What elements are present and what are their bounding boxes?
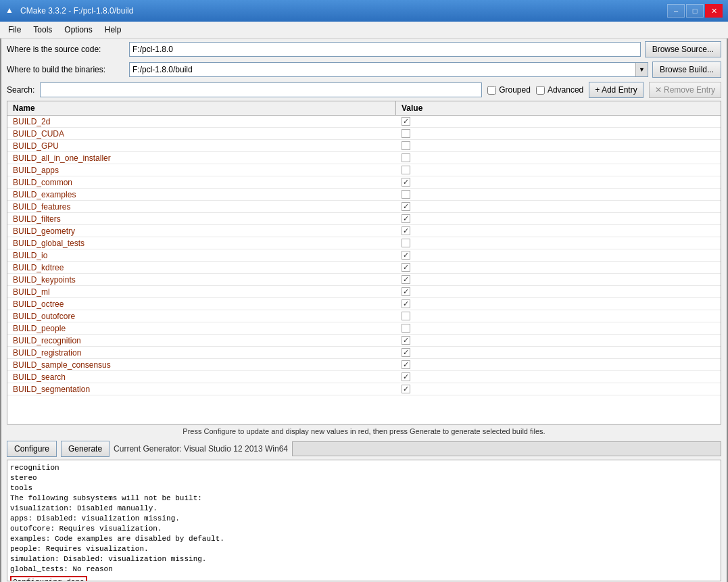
cell-name: BUILD_outofcore xyxy=(7,310,396,322)
cell-value[interactable] xyxy=(396,213,721,224)
cell-value[interactable] xyxy=(396,164,721,176)
log-line: people: Requires visualization. xyxy=(10,544,718,554)
build-checkbox[interactable] xyxy=(402,239,410,247)
build-checkbox[interactable] xyxy=(402,299,410,308)
table-row[interactable]: BUILD_common xyxy=(7,176,721,189)
table-row[interactable]: BUILD_all_in_one_installer xyxy=(7,152,721,164)
build-checkbox[interactable] xyxy=(402,190,410,199)
maximize-button[interactable]: □ xyxy=(686,4,704,18)
build-checkbox[interactable] xyxy=(402,287,410,296)
cell-value[interactable] xyxy=(396,383,721,395)
build-checkbox[interactable] xyxy=(402,141,410,150)
build-checkbox[interactable] xyxy=(402,336,410,345)
cell-value[interactable] xyxy=(396,249,721,261)
build-checkbox[interactable] xyxy=(402,275,410,284)
table-row[interactable]: BUILD_CUDA xyxy=(7,128,721,140)
build-checkbox[interactable] xyxy=(402,348,410,357)
cell-value[interactable] xyxy=(396,140,721,151)
table-row[interactable]: BUILD_recognition xyxy=(7,335,721,347)
table-row[interactable]: BUILD_filters xyxy=(7,213,721,225)
dropdown-arrow-icon[interactable]: ▼ xyxy=(635,63,648,76)
build-checkbox[interactable] xyxy=(402,153,410,162)
remove-entry-button[interactable]: ✕ Remove Entry xyxy=(649,82,721,98)
cell-value[interactable] xyxy=(396,298,721,310)
cell-value[interactable] xyxy=(396,286,721,297)
build-checkbox[interactable] xyxy=(402,385,410,393)
cell-value[interactable] xyxy=(396,237,721,249)
table-row[interactable]: BUILD_2d xyxy=(7,116,721,128)
cell-value[interactable] xyxy=(396,322,721,334)
menu-item-file[interactable]: File xyxy=(3,23,26,37)
build-checkbox[interactable] xyxy=(402,117,410,126)
search-input[interactable] xyxy=(40,82,482,97)
minimize-button[interactable]: – xyxy=(667,4,685,18)
cell-value[interactable] xyxy=(396,371,721,383)
build-checkbox[interactable] xyxy=(402,360,410,369)
build-checkbox[interactable] xyxy=(402,324,410,333)
table-row[interactable]: BUILD_global_tests xyxy=(7,237,721,249)
cell-value[interactable] xyxy=(396,262,721,273)
cell-name: BUILD_filters xyxy=(7,213,396,224)
close-button[interactable]: ✕ xyxy=(705,4,723,18)
cell-value[interactable] xyxy=(396,347,721,358)
cell-value[interactable] xyxy=(396,128,721,139)
build-checkbox[interactable] xyxy=(402,202,410,211)
log-line: examples: Code examples are disabled by … xyxy=(10,534,718,544)
grouped-checkbox[interactable] xyxy=(487,86,496,95)
table-row[interactable]: BUILD_search xyxy=(7,371,721,383)
table-row[interactable]: BUILD_keypoints xyxy=(7,274,721,286)
table-row[interactable]: BUILD_io xyxy=(7,249,721,262)
build-checkbox[interactable] xyxy=(402,214,410,223)
advanced-checkbox[interactable] xyxy=(536,86,545,95)
configure-button[interactable]: Configure xyxy=(7,441,57,457)
table-row[interactable]: BUILD_features xyxy=(7,201,721,213)
log-line-highlighted: Configuring done xyxy=(10,576,718,581)
build-checkbox[interactable] xyxy=(402,226,410,235)
menu-item-help[interactable]: Help xyxy=(99,23,127,37)
cell-value[interactable] xyxy=(396,201,721,212)
cell-value[interactable] xyxy=(396,310,721,322)
cell-value[interactable] xyxy=(396,335,721,346)
build-checkbox[interactable] xyxy=(402,372,410,381)
build-checkbox[interactable] xyxy=(402,166,410,174)
menu-item-options[interactable]: Options xyxy=(59,23,97,37)
cell-value[interactable] xyxy=(396,225,721,237)
generate-button[interactable]: Generate xyxy=(61,441,110,457)
table-row[interactable]: BUILD_GPU xyxy=(7,140,721,152)
table-row[interactable]: BUILD_apps xyxy=(7,164,721,176)
table-row[interactable]: BUILD_ml xyxy=(7,286,721,298)
cell-value[interactable] xyxy=(396,176,721,188)
table-row[interactable]: BUILD_examples xyxy=(7,189,721,201)
build-checkbox[interactable] xyxy=(402,129,410,138)
build-checkbox[interactable] xyxy=(402,312,410,320)
table-row[interactable]: BUILD_octree xyxy=(7,298,721,310)
window-title: CMake 3.3.2 - F:/pcl-1.8.0/build xyxy=(20,6,133,16)
table-row[interactable]: BUILD_people xyxy=(7,322,721,335)
menu-item-tools[interactable]: Tools xyxy=(28,23,57,37)
browse-source-button[interactable]: Browse Source... xyxy=(645,41,721,57)
table-row[interactable]: BUILD_sample_consensus xyxy=(7,359,721,371)
log-area[interactable]: recognitionstereotoolsThe following subs… xyxy=(7,460,721,581)
cell-name: BUILD_GPU xyxy=(7,140,396,151)
table-row[interactable]: BUILD_registration xyxy=(7,347,721,359)
cell-value[interactable] xyxy=(396,152,721,164)
table-row[interactable]: BUILD_geometry xyxy=(7,225,721,237)
cell-name: BUILD_CUDA xyxy=(7,128,396,139)
cell-value[interactable] xyxy=(396,274,721,285)
advanced-checkbox-group: Advanced xyxy=(536,85,583,95)
source-input[interactable] xyxy=(129,42,641,57)
cell-value[interactable] xyxy=(396,189,721,200)
build-checkbox[interactable] xyxy=(402,251,410,260)
build-input[interactable] xyxy=(130,63,635,76)
cell-value[interactable] xyxy=(396,116,721,127)
cell-name: BUILD_recognition xyxy=(7,335,396,346)
build-checkbox[interactable] xyxy=(402,178,410,187)
table-row[interactable]: BUILD_segmentation xyxy=(7,383,721,395)
table-row[interactable]: BUILD_outofcore xyxy=(7,310,721,322)
menu-bar: FileToolsOptionsHelp xyxy=(0,22,728,39)
cell-value[interactable] xyxy=(396,359,721,370)
build-checkbox[interactable] xyxy=(402,263,410,272)
add-entry-button[interactable]: + Add Entry xyxy=(589,82,643,98)
browse-build-button[interactable]: Browse Build... xyxy=(652,62,721,78)
table-row[interactable]: BUILD_kdtree xyxy=(7,262,721,274)
